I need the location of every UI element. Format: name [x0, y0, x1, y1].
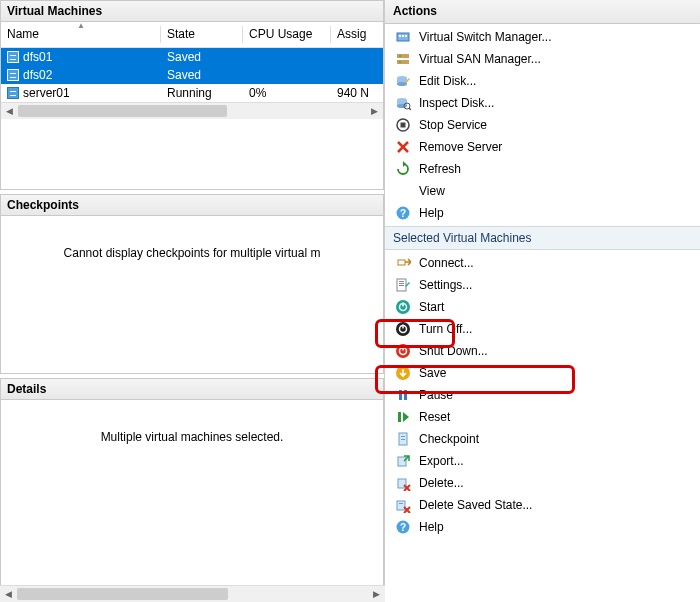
stop-icon: [395, 117, 411, 133]
vm-action-reset[interactable]: Reset: [385, 406, 700, 428]
action-label: Virtual Switch Manager...: [419, 30, 552, 44]
action-label: Reset: [419, 410, 450, 424]
svg-rect-2: [402, 35, 404, 37]
action-label: Stop Service: [419, 118, 487, 132]
selected-vm-header: Selected Virtual Machines: [385, 226, 700, 250]
action-label: Checkpoint: [419, 432, 479, 446]
action-refresh[interactable]: Refresh: [385, 158, 700, 180]
help-icon: ?: [395, 519, 411, 535]
col-name[interactable]: ▲ Name: [1, 22, 161, 48]
vm-action-settings[interactable]: Settings...: [385, 274, 700, 296]
vm-assigned: [331, 66, 383, 84]
svg-point-31: [396, 344, 410, 358]
action-label: Inspect Disk...: [419, 96, 494, 110]
action-virtual-switch-manager[interactable]: Virtual Switch Manager...: [385, 26, 700, 48]
disk-inspect-icon: [395, 95, 411, 111]
help-icon: ?: [395, 205, 411, 221]
svg-rect-24: [399, 285, 404, 286]
action-view[interactable]: View: [385, 180, 700, 202]
svg-rect-4: [397, 54, 409, 58]
checkpoints-message: Cannot display checkpoints for multiple …: [1, 216, 383, 290]
vm-assigned: [331, 48, 383, 67]
scroll-right-icon[interactable]: ▶: [368, 586, 385, 602]
svg-point-28: [396, 322, 410, 336]
action-inspect-disk[interactable]: Inspect Disk...: [385, 92, 700, 114]
svg-point-25: [396, 300, 410, 314]
svg-rect-38: [401, 436, 405, 437]
shutdown-icon: [395, 343, 411, 359]
pause-icon: [395, 387, 411, 403]
reset-icon: [395, 409, 411, 425]
action-label: Edit Disk...: [419, 74, 476, 88]
svg-rect-42: [397, 501, 405, 510]
col-state[interactable]: State: [161, 22, 243, 48]
vm-assigned: 940 N: [331, 84, 383, 102]
action-label: Delete Saved State...: [419, 498, 532, 512]
action-label: Help: [419, 520, 444, 534]
vm-action-save[interactable]: Save: [385, 362, 700, 384]
svg-point-10: [397, 82, 407, 86]
action-label: Help: [419, 206, 444, 220]
table-row[interactable]: dfs02Saved: [1, 66, 383, 84]
svg-rect-39: [401, 439, 405, 440]
vm-action-checkpoint[interactable]: Checkpoint: [385, 428, 700, 450]
vm-action-shut-down[interactable]: Shut Down...: [385, 340, 700, 362]
delete-state-icon: [395, 497, 411, 513]
action-label: View: [419, 184, 445, 198]
settings-icon: [395, 277, 411, 293]
vm-action-pause[interactable]: Pause: [385, 384, 700, 406]
blank-icon: [395, 183, 411, 199]
vm-cpu: [243, 66, 331, 84]
scroll-right-icon[interactable]: ▶: [366, 103, 383, 119]
svg-rect-22: [399, 281, 404, 282]
svg-rect-20: [398, 260, 405, 265]
turnoff-icon: [395, 321, 411, 337]
vm-icon: [7, 87, 19, 99]
col-cpu[interactable]: CPU Usage: [243, 22, 331, 48]
vm-action-delete[interactable]: Delete...: [385, 472, 700, 494]
table-row[interactable]: server01Running0%940 N: [1, 84, 383, 102]
checkpoint-icon: [395, 431, 411, 447]
table-row[interactable]: dfs01Saved: [1, 48, 383, 67]
svg-rect-33: [402, 347, 403, 351]
action-edit-disk[interactable]: Edit Disk...: [385, 70, 700, 92]
vm-name: server01: [23, 86, 70, 100]
virtual-machines-panel: Virtual Machines ▲ Name State CPU Usage: [0, 0, 384, 190]
checkpoints-title: Checkpoints: [0, 194, 384, 216]
action-label: Save: [419, 366, 446, 380]
action-label: Export...: [419, 454, 464, 468]
vm-action-delete-saved-state[interactable]: Delete Saved State...: [385, 494, 700, 516]
svg-point-7: [399, 61, 401, 63]
action-label: Refresh: [419, 162, 461, 176]
vm-action-connect[interactable]: Connect...: [385, 252, 700, 274]
left-pane-h-scrollbar[interactable]: ◀ ▶: [0, 585, 385, 602]
svg-text:?: ?: [400, 522, 406, 533]
action-label: Turn Off...: [419, 322, 472, 336]
action-virtual-san-manager[interactable]: Virtual SAN Manager...: [385, 48, 700, 70]
scroll-left-icon[interactable]: ◀: [1, 103, 18, 119]
svg-rect-23: [399, 283, 404, 284]
action-remove-server[interactable]: Remove Server: [385, 136, 700, 158]
checkpoints-panel: Checkpoints Cannot display checkpoints f…: [0, 194, 384, 374]
san-icon: [395, 51, 411, 67]
action-label: Pause: [419, 388, 453, 402]
vm-h-scrollbar[interactable]: ◀ ▶: [1, 102, 383, 119]
svg-rect-36: [404, 390, 407, 400]
action-label: Delete...: [419, 476, 464, 490]
vm-table[interactable]: ▲ Name State CPU Usage Assig dfs01Savedd…: [1, 22, 383, 102]
svg-line-15: [409, 108, 411, 110]
vm-action-export[interactable]: Export...: [385, 450, 700, 472]
scroll-left-icon[interactable]: ◀: [0, 586, 17, 602]
vm-action-turn-off[interactable]: Turn Off...: [385, 318, 700, 340]
col-assigned[interactable]: Assig: [331, 22, 383, 48]
vm-action-start[interactable]: Start: [385, 296, 700, 318]
switch-icon: [395, 29, 411, 45]
vm-panel-title: Virtual Machines: [0, 0, 384, 22]
svg-rect-3: [405, 35, 407, 37]
action-stop-service[interactable]: Stop Service: [385, 114, 700, 136]
svg-rect-27: [402, 303, 403, 307]
action-help[interactable]: ?Help: [385, 202, 700, 224]
connect-icon: [395, 255, 411, 271]
svg-rect-5: [397, 60, 409, 64]
vm-action-help[interactable]: ?Help: [385, 516, 700, 538]
